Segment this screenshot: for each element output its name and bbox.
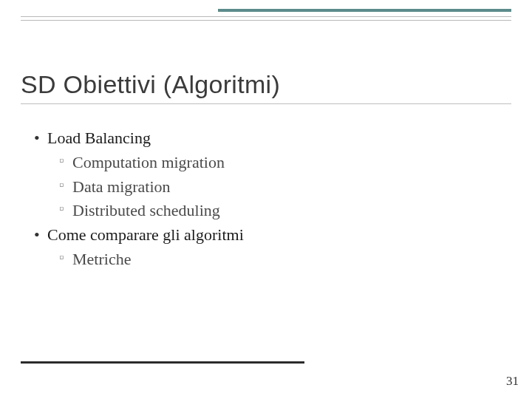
- bullet-text: Come comparare gli algoritmi: [47, 224, 244, 247]
- page-number: 31: [506, 374, 519, 389]
- bullet-level2: ▫ Data migration: [34, 176, 495, 199]
- bullet-level1: • Load Balancing: [34, 127, 495, 150]
- bullet-text: Load Balancing: [47, 127, 151, 150]
- bullet-text: Distributed scheduling: [72, 200, 220, 222]
- title-underline: [21, 103, 511, 104]
- bullet-square-icon: ▫: [59, 200, 72, 222]
- bullet-text: Metriche: [72, 248, 131, 271]
- bullet-level2: ▫ Computation migration: [34, 151, 495, 174]
- thin-rule-1: [21, 16, 511, 17]
- accent-bar: [218, 9, 511, 12]
- bottom-rule: [21, 361, 304, 364]
- slide: SD Obiettivi (Algoritmi) • Load Balancin…: [0, 0, 532, 399]
- slide-body: • Load Balancing ▫ Computation migration…: [34, 127, 495, 273]
- bullet-text: Data migration: [72, 176, 171, 199]
- slide-title: SD Obiettivi (Algoritmi): [21, 70, 511, 99]
- bullet-text: Computation migration: [72, 151, 225, 174]
- bullet-level1: • Come comparare gli algoritmi: [34, 224, 495, 247]
- thin-rule-2: [21, 20, 511, 21]
- bullet-dot-icon: •: [34, 224, 47, 247]
- bullet-square-icon: ▫: [59, 248, 72, 271]
- bullet-dot-icon: •: [34, 127, 47, 150]
- bullet-square-icon: ▫: [59, 151, 72, 174]
- bullet-level2: ▫ Distributed scheduling: [34, 200, 495, 222]
- bullet-square-icon: ▫: [59, 176, 72, 199]
- bullet-level2: ▫ Metriche: [34, 248, 495, 271]
